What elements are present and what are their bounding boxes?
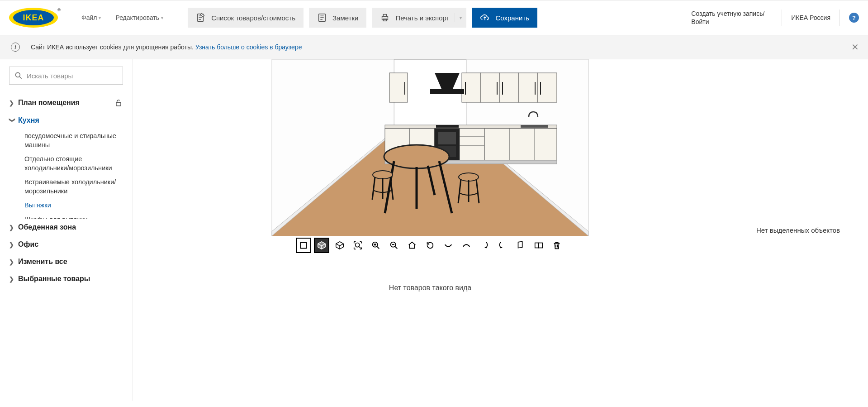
list-icon bbox=[196, 13, 206, 23]
3d-viewport[interactable] bbox=[133, 59, 728, 236]
svg-rect-63 bbox=[539, 243, 542, 248]
chevron-right-icon: ❯ bbox=[9, 100, 15, 106]
svg-rect-61 bbox=[518, 242, 522, 248]
search-icon bbox=[14, 71, 23, 80]
file-menu-label: Файл bbox=[81, 14, 97, 21]
sidebar-item-office[interactable]: ❯ Офис bbox=[0, 236, 132, 253]
delete-button[interactable] bbox=[549, 238, 564, 253]
tilt-down-button[interactable] bbox=[441, 238, 456, 253]
cookie-text: Сайт ИКЕА использует cookies для упрощен… bbox=[31, 43, 302, 51]
svg-point-51 bbox=[459, 173, 479, 181]
print-icon bbox=[380, 13, 390, 23]
app-header: IKEA ® Файл ▾ Редактировать ▾ Список тов… bbox=[0, 0, 868, 35]
selection-panel: Нет выделенных объектов bbox=[728, 59, 868, 401]
zoom-out-button[interactable] bbox=[386, 238, 402, 253]
cloud-save-icon bbox=[480, 13, 490, 23]
cookie-message: Сайт ИКЕА использует cookies для упрощен… bbox=[31, 43, 195, 51]
save-label: Сохранить bbox=[495, 14, 529, 22]
chevron-right-icon: ❯ bbox=[9, 276, 15, 283]
chevron-right-icon: ❯ bbox=[9, 259, 15, 265]
svg-rect-22 bbox=[484, 129, 509, 160]
home-view-button[interactable] bbox=[404, 238, 420, 253]
product-list-button[interactable]: Список товаров/стоимость bbox=[188, 8, 304, 28]
print-dropdown[interactable]: ▾ bbox=[455, 13, 466, 22]
chevron-down-icon: ❯ bbox=[9, 117, 16, 124]
rotate-left-button[interactable] bbox=[422, 238, 438, 253]
chevron-right-icon: ❯ bbox=[9, 224, 15, 231]
rotate-cw-button[interactable] bbox=[477, 238, 492, 253]
zoom-fit-button[interactable] bbox=[350, 238, 365, 253]
svg-rect-6 bbox=[116, 102, 121, 106]
sidebar-item-label: Выбранные товары bbox=[18, 275, 90, 283]
file-menu[interactable]: Файл ▾ bbox=[77, 14, 105, 21]
sidebar-item-label: Изменить все bbox=[18, 258, 67, 266]
svg-rect-24 bbox=[534, 129, 557, 160]
svg-rect-17 bbox=[438, 132, 456, 144]
sub-item-builtin-fridges[interactable]: Встраиваемые холодильники/морозильники bbox=[18, 175, 132, 198]
sub-item-dishwashers[interactable]: посудомоечные и стиральные машины bbox=[18, 129, 132, 152]
account-label: Создать учетную запись/ Войти bbox=[691, 10, 773, 26]
no-products-message: Нет товаров такого вида bbox=[133, 257, 728, 319]
sub-item-hoods[interactable]: Вытяжки bbox=[18, 198, 132, 213]
chevron-right-icon: ❯ bbox=[9, 241, 15, 248]
chevron-down-icon: ▾ bbox=[460, 15, 462, 20]
notes-button[interactable]: Заметки bbox=[309, 8, 366, 28]
search-box[interactable] bbox=[9, 67, 123, 85]
account-link[interactable]: Создать учетную запись/ Войти bbox=[691, 10, 773, 26]
product-list-label: Список товаров/стоимость bbox=[211, 14, 295, 22]
edit-menu[interactable]: Редактировать ▾ bbox=[111, 14, 168, 21]
svg-rect-2 bbox=[382, 16, 388, 19]
sidebar-item-dining[interactable]: ❯ Обеденная зона bbox=[0, 219, 132, 236]
svg-point-58 bbox=[356, 243, 360, 247]
view-3d-wire-button[interactable] bbox=[332, 238, 347, 253]
sidebar-item-kitchen[interactable]: ❯ Кухня bbox=[0, 112, 132, 129]
sub-item-hood-cabinets[interactable]: Шкафы для вытяжки bbox=[18, 213, 132, 219]
ikea-logo[interactable]: IKEA ® bbox=[9, 8, 58, 28]
cookie-notice: i Сайт ИКЕА использует cookies для упрощ… bbox=[0, 35, 868, 59]
sidebar-item-selected[interactable]: ❯ Выбранные товары bbox=[0, 270, 132, 287]
no-selection-label: Нет выделенных объектов bbox=[756, 226, 840, 234]
region-link[interactable]: ИКЕА Россия bbox=[791, 14, 830, 21]
print-export-button[interactable]: Печать и экспорт ▾ bbox=[372, 8, 466, 28]
divider bbox=[840, 10, 840, 26]
rotate-ccw-button[interactable] bbox=[495, 238, 510, 253]
sub-item-fridges[interactable]: Отдельно стоящие холодильники/морозильни… bbox=[18, 152, 132, 175]
notes-icon bbox=[317, 13, 327, 23]
svg-rect-19 bbox=[460, 129, 484, 160]
chevron-down-icon: ▾ bbox=[99, 15, 101, 20]
main-layout: ❯ План помещения ❯ Кухня посудомоечные и… bbox=[0, 59, 868, 401]
zoom-in-button[interactable] bbox=[368, 238, 384, 253]
svg-rect-55 bbox=[301, 243, 307, 249]
cookie-link[interactable]: Узнать больше о cookies в браузере bbox=[195, 43, 302, 51]
svg-rect-62 bbox=[535, 243, 539, 248]
show-item-button[interactable] bbox=[513, 238, 528, 253]
view-3d-solid-button[interactable] bbox=[314, 238, 329, 253]
search-input[interactable] bbox=[27, 72, 118, 80]
svg-point-5 bbox=[15, 72, 20, 77]
close-icon[interactable]: ✕ bbox=[851, 42, 859, 53]
kitchen-submenu: посудомоечные и стиральные машины Отдель… bbox=[0, 129, 132, 219]
divider bbox=[782, 10, 782, 26]
kitchen-render bbox=[249, 59, 611, 236]
logo-text: IKEA bbox=[13, 10, 54, 25]
sidebar-item-room-plan[interactable]: ❯ План помещения bbox=[0, 94, 132, 112]
help-button[interactable]: ? bbox=[849, 13, 859, 23]
svg-rect-27 bbox=[462, 73, 481, 102]
trademark: ® bbox=[57, 8, 61, 12]
print-label: Печать и экспорт bbox=[395, 14, 449, 22]
edit-menu-label: Редактировать bbox=[115, 14, 159, 21]
tilt-up-button[interactable] bbox=[459, 238, 474, 253]
svg-point-47 bbox=[373, 171, 393, 179]
svg-rect-39 bbox=[430, 89, 464, 94]
unlock-icon[interactable] bbox=[114, 98, 123, 107]
sidebar-item-label: Офис bbox=[18, 240, 38, 249]
notes-label: Заметки bbox=[332, 14, 358, 22]
svg-rect-23 bbox=[509, 129, 534, 160]
view-2d-button[interactable] bbox=[296, 238, 311, 253]
left-sidebar: ❯ План помещения ❯ Кухня посудомоечные и… bbox=[0, 59, 133, 401]
sidebar-item-label: Кухня bbox=[18, 116, 39, 124]
sidebar-item-change-all[interactable]: ❯ Изменить все bbox=[0, 253, 132, 270]
measurements-button[interactable] bbox=[531, 238, 546, 253]
sidebar-item-label: План помещения bbox=[18, 99, 80, 107]
save-button[interactable]: Сохранить bbox=[472, 8, 537, 28]
